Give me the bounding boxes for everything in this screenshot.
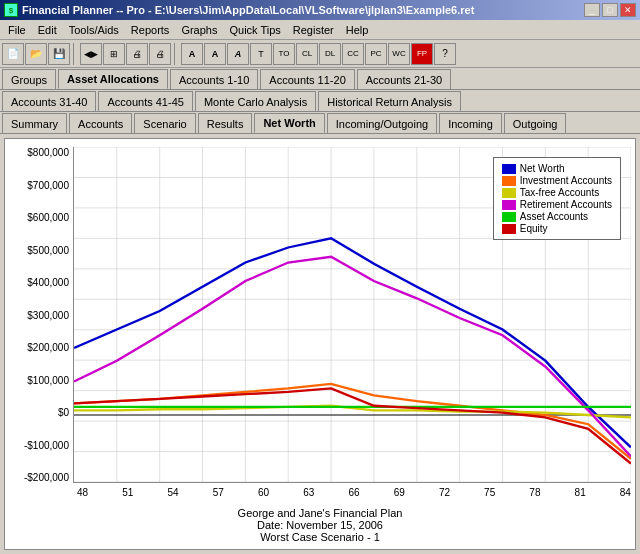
- tool15[interactable]: FP: [411, 43, 433, 65]
- title-bar: $ Financial Planner -- Pro - E:\Users\Ji…: [0, 0, 640, 20]
- tab-incoming[interactable]: Incoming: [439, 113, 502, 133]
- legend-color-asset: [502, 212, 516, 222]
- chart-footer: George and Jane's Financial Plan Date: N…: [5, 503, 635, 549]
- save-button[interactable]: 💾: [48, 43, 70, 65]
- minimize-button[interactable]: _: [584, 3, 600, 17]
- menu-tools[interactable]: Tools/Aids: [63, 22, 125, 38]
- tab-summary[interactable]: Summary: [2, 113, 67, 133]
- tab-monte-carlo[interactable]: Monte Carlo Analysis: [195, 91, 316, 111]
- tab-row-2: Accounts 31-40 Accounts 41-45 Monte Carl…: [0, 90, 640, 112]
- tool9[interactable]: TO: [273, 43, 295, 65]
- tool1[interactable]: ◀▶: [80, 43, 102, 65]
- legend-color-investment: [502, 176, 516, 186]
- new-button[interactable]: 📄: [2, 43, 24, 65]
- legend-retirement: Retirement Accounts: [502, 199, 612, 210]
- tool3[interactable]: 🖨: [126, 43, 148, 65]
- legend-net-worth: Net Worth: [502, 163, 612, 174]
- legend-color-net-worth: [502, 164, 516, 174]
- legend-taxfree: Tax-free Accounts: [502, 187, 612, 198]
- tool8[interactable]: T: [250, 43, 272, 65]
- legend-asset: Asset Accounts: [502, 211, 612, 222]
- tool16[interactable]: ?: [434, 43, 456, 65]
- chart-container: $800,000 $700,000 $600,000 $500,000 $400…: [4, 138, 636, 550]
- tab-accounts-41-45[interactable]: Accounts 41-45: [98, 91, 192, 111]
- legend-color-equity: [502, 224, 516, 234]
- tab-accounts-11-20[interactable]: Accounts 11-20: [260, 69, 354, 89]
- tool7[interactable]: A: [227, 43, 249, 65]
- tab-row-1: Groups Asset Allocations Accounts 1-10 A…: [0, 68, 640, 90]
- tool12[interactable]: CC: [342, 43, 364, 65]
- open-button[interactable]: 📂: [25, 43, 47, 65]
- tool11[interactable]: DL: [319, 43, 341, 65]
- chart-title-line3: Worst Case Scenario - 1: [5, 531, 635, 543]
- legend-color-taxfree: [502, 188, 516, 198]
- tab-net-worth[interactable]: Net Worth: [254, 113, 324, 133]
- tab-row-3: Summary Accounts Scenario Results Net Wo…: [0, 112, 640, 134]
- tool6[interactable]: A: [204, 43, 226, 65]
- chart-title-line2: Date: November 15, 2006: [5, 519, 635, 531]
- tool13[interactable]: PC: [365, 43, 387, 65]
- tool5[interactable]: A: [181, 43, 203, 65]
- legend-color-retirement: [502, 200, 516, 210]
- chart-title-line1: George and Jane's Financial Plan: [5, 507, 635, 519]
- tab-accounts-31-40[interactable]: Accounts 31-40: [2, 91, 96, 111]
- tab-accounts-1-10[interactable]: Accounts 1-10: [170, 69, 258, 89]
- tab-historical-return[interactable]: Historical Return Analysis: [318, 91, 461, 111]
- app-icon: $: [4, 3, 18, 17]
- maximize-button[interactable]: □: [602, 3, 618, 17]
- tool14[interactable]: WC: [388, 43, 410, 65]
- tab-incoming-outgoing[interactable]: Incoming/Outgoing: [327, 113, 437, 133]
- tab-accounts-21-30[interactable]: Accounts 21-30: [357, 69, 451, 89]
- tab-accounts[interactable]: Accounts: [69, 113, 132, 133]
- menu-graphs[interactable]: Graphs: [175, 22, 223, 38]
- tab-outgoing[interactable]: Outgoing: [504, 113, 567, 133]
- tab-scenario[interactable]: Scenario: [134, 113, 195, 133]
- menu-bar: File Edit Tools/Aids Reports Graphs Quic…: [0, 20, 640, 40]
- menu-edit[interactable]: Edit: [32, 22, 63, 38]
- toolbar-sep2: [174, 43, 178, 65]
- legend-investment: Investment Accounts: [502, 175, 612, 186]
- menu-file[interactable]: File: [2, 22, 32, 38]
- menu-reports[interactable]: Reports: [125, 22, 176, 38]
- window-controls[interactable]: _ □ ✕: [584, 3, 636, 17]
- toolbar: 📄 📂 💾 ◀▶ ⊞ 🖨 🖨 A A A T TO CL DL CC PC WC…: [0, 40, 640, 68]
- tab-asset-allocations[interactable]: Asset Allocations: [58, 69, 168, 89]
- close-button[interactable]: ✕: [620, 3, 636, 17]
- tab-results[interactable]: Results: [198, 113, 253, 133]
- tab-groups[interactable]: Groups: [2, 69, 56, 89]
- menu-help[interactable]: Help: [340, 22, 375, 38]
- chart-legend: Net Worth Investment Accounts Tax-free A…: [493, 157, 621, 240]
- menu-quicktips[interactable]: Quick Tips: [223, 22, 286, 38]
- legend-equity: Equity: [502, 223, 612, 234]
- menu-register[interactable]: Register: [287, 22, 340, 38]
- tool2[interactable]: ⊞: [103, 43, 125, 65]
- tool4[interactable]: 🖨: [149, 43, 171, 65]
- x-axis: 48 51 54 57 60 63 66 69 72 75 78 81 84: [5, 487, 635, 503]
- window-title: Financial Planner -- Pro - E:\Users\Jim\…: [22, 4, 474, 16]
- y-axis: $800,000 $700,000 $600,000 $500,000 $400…: [9, 147, 73, 483]
- tool10[interactable]: CL: [296, 43, 318, 65]
- toolbar-sep1: [73, 43, 77, 65]
